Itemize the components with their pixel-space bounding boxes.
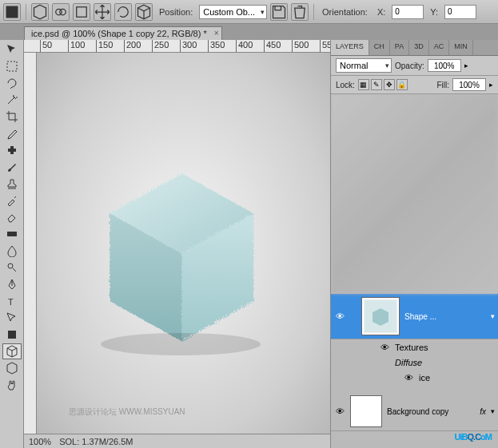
- y-label: Y:: [430, 7, 438, 17]
- tab-actions[interactable]: AC: [429, 40, 450, 55]
- textures-group[interactable]: 👁 Textures: [331, 339, 498, 355]
- save-icon[interactable]: [270, 3, 288, 21]
- fill-label: Fill:: [436, 81, 449, 89]
- svg-rect-6: [10, 146, 14, 154]
- 3d-object-tool[interactable]: [2, 343, 22, 359]
- vertical-ruler[interactable]: [24, 53, 37, 434]
- history-brush-tool[interactable]: [2, 192, 22, 208]
- layer-name: Background copy: [387, 407, 475, 416]
- ice-texture-item[interactable]: 👁 ice: [331, 370, 498, 386]
- dodge-tool[interactable]: [2, 260, 22, 276]
- canvas[interactable]: 思源设计论坛 WWW.MISSYUAN: [37, 53, 330, 434]
- visibility-icon[interactable]: 👁: [403, 372, 414, 383]
- doc-size: SOL: 1.37M/26.5M: [59, 437, 133, 446]
- fill-input[interactable]: [452, 78, 486, 91]
- visibility-icon[interactable]: 👁: [379, 342, 390, 353]
- visibility-icon[interactable]: 👁: [334, 311, 345, 322]
- delete-icon[interactable]: [291, 3, 309, 21]
- ice-cube-render: [77, 149, 285, 356]
- move-tool[interactable]: [2, 42, 22, 57]
- chevron-icon[interactable]: ▸: [489, 81, 493, 89]
- cube-icon[interactable]: [31, 3, 49, 21]
- lock-label: Lock:: [336, 81, 355, 89]
- type-tool[interactable]: T: [2, 293, 22, 309]
- svg-text:T: T: [8, 297, 14, 307]
- chevron-icon[interactable]: ▸: [464, 61, 468, 69]
- group-icon[interactable]: [52, 3, 70, 21]
- layer-shape[interactable]: 👁 Shape ... ▾: [331, 294, 498, 339]
- path-tool[interactable]: [2, 310, 22, 326]
- lock-transparency-icon[interactable]: ▦: [358, 79, 369, 90]
- x-label: X:: [377, 7, 385, 17]
- scale-icon[interactable]: [135, 3, 153, 21]
- svg-point-11: [101, 333, 261, 355]
- lock-pixels-icon[interactable]: ✎: [371, 79, 382, 90]
- lasso-tool[interactable]: [2, 75, 22, 91]
- ps-icon[interactable]: [3, 3, 21, 21]
- options-bar: Position: Custom Ob... Orientation: X: Y…: [0, 0, 498, 24]
- toolbox: T: [0, 40, 24, 448]
- wand-tool[interactable]: [2, 92, 22, 108]
- x-input[interactable]: [392, 5, 424, 19]
- hand-tool[interactable]: [2, 377, 22, 393]
- lock-position-icon[interactable]: ✥: [384, 79, 395, 90]
- opacity-input[interactable]: [428, 59, 461, 72]
- svg-rect-3: [77, 6, 87, 17]
- tab-layers[interactable]: LAYERS: [331, 40, 369, 55]
- blurred-layers: [331, 94, 498, 294]
- tab-channels[interactable]: CH: [369, 40, 390, 55]
- brush-tool[interactable]: [2, 159, 22, 175]
- healing-tool[interactable]: [2, 142, 22, 158]
- 3d-camera-tool[interactable]: [2, 360, 22, 376]
- canvas-watermark: 思源设计论坛 WWW.MISSYUAN: [69, 406, 185, 418]
- document-tab[interactable]: ice.psd @ 100% (Shape 1 copy 22, RGB/8) …: [24, 26, 222, 40]
- layer-background[interactable]: 👁 Background copy fx ▾: [331, 392, 498, 431]
- svg-rect-4: [7, 61, 17, 71]
- zoom-level[interactable]: 100%: [29, 437, 51, 446]
- svg-rect-7: [7, 232, 17, 236]
- svg-point-2: [60, 9, 66, 15]
- marquee-tool[interactable]: [2, 58, 22, 74]
- gradient-tool[interactable]: [2, 226, 22, 242]
- eraser-tool[interactable]: [2, 209, 22, 225]
- object-icon[interactable]: [73, 3, 90, 21]
- blend-mode-combo[interactable]: Normal: [336, 58, 392, 73]
- chevron-down-icon[interactable]: ▾: [491, 407, 495, 415]
- svg-rect-0: [6, 6, 18, 18]
- lock-all-icon[interactable]: 🔒: [396, 79, 408, 90]
- tab-3d[interactable]: 3D: [409, 40, 429, 55]
- stamp-tool[interactable]: [2, 176, 22, 192]
- horizontal-ruler[interactable]: 50 100 150 200 250 300 350 400 450 500 5…: [24, 40, 330, 53]
- visibility-icon[interactable]: 👁: [334, 406, 345, 417]
- opacity-label: Opacity:: [395, 61, 424, 70]
- svg-point-8: [8, 264, 13, 268]
- diffuse-item[interactable]: Diffuse: [331, 355, 498, 370]
- tab-bar: ice.psd @ 100% (Shape 1 copy 22, RGB/8) …: [0, 24, 498, 40]
- tab-paths[interactable]: PA: [390, 40, 409, 55]
- tab-mini[interactable]: MIN: [449, 40, 473, 55]
- eyedropper-tool[interactable]: [2, 125, 22, 141]
- position-label: Position:: [159, 7, 193, 17]
- tab-title: ice.psd @ 100% (Shape 1 copy 22, RGB/8) …: [31, 29, 207, 38]
- layer-thumbnail[interactable]: [350, 395, 382, 427]
- rotate-icon[interactable]: [114, 3, 132, 21]
- crop-tool[interactable]: [2, 109, 22, 125]
- pen-tool[interactable]: [2, 276, 22, 292]
- layer-thumbnail[interactable]: [361, 297, 400, 335]
- y-input[interactable]: [444, 5, 476, 19]
- close-icon[interactable]: ×: [214, 29, 219, 38]
- blur-tool[interactable]: [2, 243, 22, 259]
- shape-tool[interactable]: [2, 327, 22, 343]
- orientation-label: Orientation:: [322, 7, 368, 17]
- layer-name: Shape ...: [404, 312, 486, 321]
- canvas-area: 50 100 150 200 250 300 350 400 450 500 5…: [24, 40, 330, 448]
- svg-rect-10: [8, 331, 16, 339]
- chevron-down-icon[interactable]: ▾: [491, 312, 495, 320]
- move-icon[interactable]: [94, 3, 111, 21]
- layers-list[interactable]: 👁 Shape ... ▾ 👁 Textures Diffuse 👁: [331, 94, 498, 448]
- position-combo[interactable]: Custom Ob...: [199, 5, 267, 19]
- layers-panel: LAYERS CH PA 3D AC MIN Normal Opacity: ▸…: [330, 40, 498, 448]
- status-bar: 100% SOL: 1.37M/26.5M: [24, 434, 330, 448]
- fx-icon[interactable]: fx: [480, 407, 486, 416]
